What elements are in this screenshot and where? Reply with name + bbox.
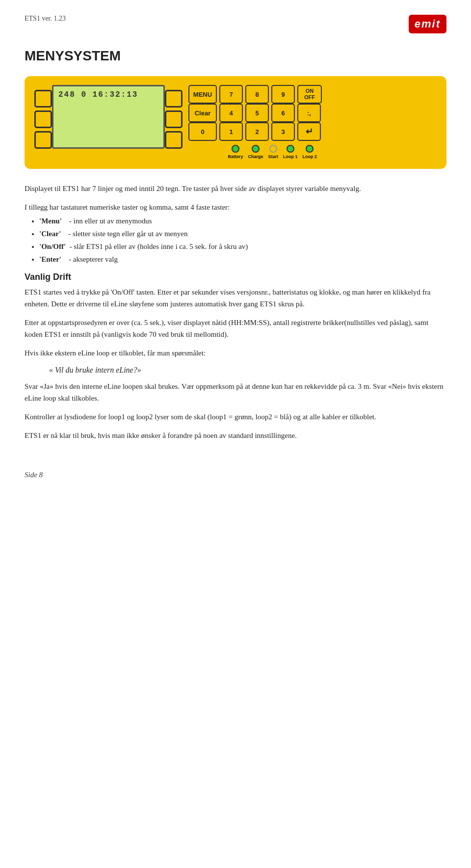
onoff-key-label: 'On/Off'	[39, 243, 66, 250]
loop2-label: Loop 2	[303, 154, 317, 159]
charge-label: Charge	[248, 154, 263, 159]
left-btn-3[interactable]	[34, 131, 52, 149]
page-header: ETS1 ver. 1.23 emit	[25, 15, 446, 33]
key-0[interactable]: 0	[188, 122, 217, 141]
indicators-row: Battery Charge Start Loop 1 Loop 2	[188, 145, 322, 159]
p2-text: Tre taster på hver side av displayet sty…	[182, 185, 361, 192]
indicator-loop2: Loop 2	[303, 145, 317, 159]
page-footer: Side 8	[25, 471, 446, 479]
indicator-charge: Charge	[248, 145, 263, 159]
start-label: Start	[268, 154, 278, 159]
right-btn-1[interactable]	[165, 90, 183, 108]
start-led	[269, 145, 277, 153]
lcd-line: 248 0 16:32:13	[58, 90, 158, 99]
charge-led	[252, 145, 260, 153]
right-btn-3[interactable]	[165, 131, 183, 149]
right-side-buttons	[165, 90, 183, 149]
page-title: MENYSYSTEM	[25, 48, 446, 64]
section-heading-vanlig-drift: Vanlig Drift	[25, 272, 446, 282]
key-menu[interactable]: MENU	[188, 85, 217, 104]
indicator-loop1: Loop 1	[283, 145, 298, 159]
keypad-row-1: MENU 7 8 9 ONOFF	[188, 85, 322, 104]
battery-label: Battery	[228, 154, 243, 159]
key-list: 'Menu' - inn eller ut av menymodus 'Clea…	[39, 215, 446, 265]
quote-block: « Vil du bruke intern eLine?»	[49, 366, 446, 375]
indicator-start: Start	[268, 145, 278, 159]
paragraph-6: Etter at oppstartsprosedyren er over (ca…	[25, 317, 446, 340]
key-3[interactable]: 3	[271, 122, 295, 141]
left-btn-2[interactable]	[34, 110, 52, 128]
paragraph-7: Hvis ikke ekstern eLine loop er tilkoble…	[25, 347, 446, 359]
menu-key-label: 'Menu'	[39, 217, 62, 225]
lcd-screen: 248 0 16:32:13	[52, 85, 165, 149]
paragraph-1: Displayet til ETS1 har 7 linjer og med i…	[25, 183, 446, 194]
logo-box: emit	[409, 15, 446, 33]
device-illustration: 248 0 16:32:13 MENU 7 8 9 ONOFF Clear 4	[25, 76, 446, 169]
p5-text: Dette er driverne til eLine sløyfene som…	[51, 300, 305, 308]
keypad-row-2: Clear 4 5 6 :,	[188, 104, 322, 122]
key-list-item-clear: 'Clear' - sletter siste tegn eller går u…	[39, 228, 446, 240]
device-inner: 248 0 16:32:13 MENU 7 8 9 ONOFF Clear 4	[34, 85, 437, 159]
loop1-led	[287, 145, 294, 153]
key-on-off[interactable]: ONOFF	[297, 85, 322, 104]
paragraph-3: I tillegg har tastaturet numeriske taste…	[25, 201, 446, 265]
paragraph-9: Kontroller at lysdiodene for loop1 og lo…	[25, 411, 446, 423]
paragraph-10: ETS1 er nå klar til bruk, hvis man ikke …	[25, 430, 446, 441]
key-7[interactable]: 7	[219, 85, 243, 104]
key-4[interactable]: 4	[219, 104, 243, 122]
p3-intro: I tillegg har tastaturet numeriske taste…	[25, 203, 230, 211]
enter-key-label: 'Enter'	[39, 255, 61, 263]
version-text: ETS1 ver. 1.23	[25, 15, 66, 23]
key-list-item-onoff: 'On/Off' - slår ETS1 på eller av (holdes…	[39, 241, 446, 252]
keypad-area: MENU 7 8 9 ONOFF Clear 4 5 6 :, 0 1 2 3 …	[188, 85, 322, 159]
loop1-label: Loop 1	[283, 154, 298, 159]
key-8[interactable]: 8	[245, 85, 269, 104]
battery-led	[232, 145, 239, 153]
key-list-item-menu: 'Menu' - inn eller ut av menymodus	[39, 215, 446, 227]
key-1[interactable]: 1	[219, 122, 243, 141]
display-area: 248 0 16:32:13	[52, 85, 165, 149]
indicator-battery: Battery	[228, 145, 243, 159]
left-side-buttons	[34, 90, 52, 149]
logo: emit	[409, 15, 446, 33]
p1-text: Displayet til ETS1 har 7 linjer og med i…	[25, 185, 180, 192]
paragraph-4: ETS1 startes ved å trykke på 'On/Off' ta…	[25, 286, 446, 310]
key-9[interactable]: 9	[271, 85, 295, 104]
loop2-led	[306, 145, 314, 153]
key-5[interactable]: 5	[245, 104, 269, 122]
right-btn-2[interactable]	[165, 110, 183, 128]
left-btn-1[interactable]	[34, 90, 52, 108]
paragraph-8: Svar «Ja» hvis den interne eLine loopen …	[25, 380, 446, 404]
clear-key-label: 'Clear'	[39, 230, 61, 238]
logo-text: emit	[415, 18, 441, 30]
key-colon-comma[interactable]: :,	[297, 104, 321, 122]
key-6[interactable]: 6	[271, 104, 295, 122]
key-list-item-enter: 'Enter' - aksepterer valg	[39, 253, 446, 265]
keypad-row-3: 0 1 2 3 ↵	[188, 122, 322, 141]
key-2[interactable]: 2	[245, 122, 269, 141]
key-enter[interactable]: ↵	[297, 122, 321, 141]
key-clear[interactable]: Clear	[188, 104, 217, 122]
